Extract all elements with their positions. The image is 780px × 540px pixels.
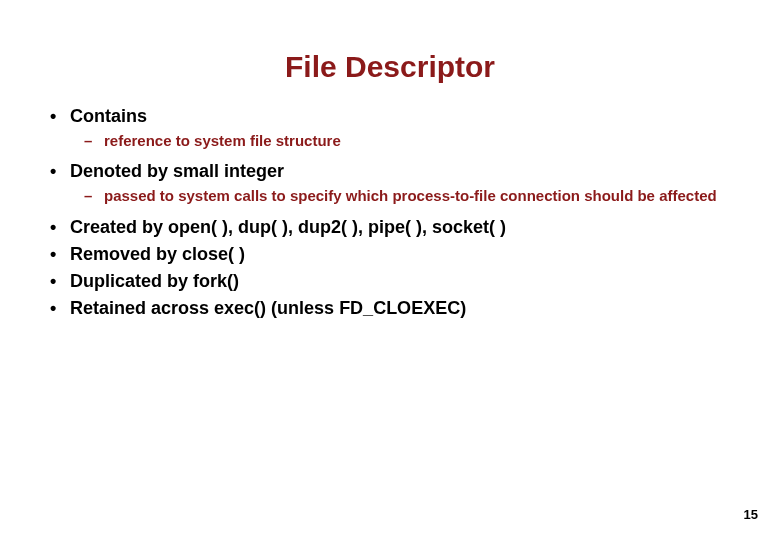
bullet-label: Duplicated by fork() [70,271,239,291]
bullet-contains: Contains reference to system file struct… [40,106,740,151]
slide-title: File Descriptor [40,50,740,84]
bullet-created: Created by open( ), dup( ), dup2( ), pip… [40,217,740,238]
bullet-label: Created by open( ), dup( ), dup2( ), pip… [70,217,506,237]
bullet-list: Contains reference to system file struct… [40,106,740,319]
sub-list: passed to system calls to specify which … [70,186,740,206]
bullet-retained: Retained across exec() (unless FD_CLOEXE… [40,298,740,319]
page-number: 15 [744,507,758,522]
bullet-label: Denoted by small integer [70,161,284,181]
sub-list: reference to system file structure [70,131,740,151]
bullet-denoted: Denoted by small integer passed to syste… [40,161,740,206]
bullet-removed: Removed by close( ) [40,244,740,265]
fd-cloexec-const: FD_CLOEXEC [339,298,460,318]
bullet-label-post: ) [460,298,466,318]
bullet-duplicated: Duplicated by fork() [40,271,740,292]
bullet-label: Removed by close( ) [70,244,245,264]
sub-item: passed to system calls to specify which … [70,186,740,206]
sub-item: reference to system file structure [70,131,740,151]
bullet-label-pre: Retained across exec() (unless [70,298,339,318]
bullet-label: Contains [70,106,147,126]
